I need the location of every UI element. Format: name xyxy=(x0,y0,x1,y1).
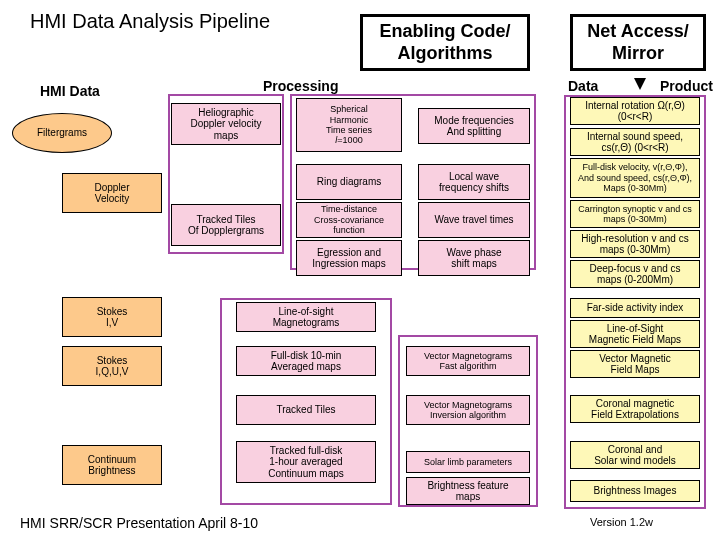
proc-tiles: Tracked Tiles xyxy=(236,395,376,425)
step-timedist: Time-distanceCross-covariancefunction xyxy=(296,202,402,238)
proc-tracked-tiles: Tracked TilesOf Dopplergrams xyxy=(171,204,281,246)
step-limb: Solar limb parameters xyxy=(406,451,530,473)
input-stokes-iquv: StokesI,Q,U,V xyxy=(62,346,162,386)
step-local: Local wavefrequency shifts xyxy=(418,164,530,200)
arrow-icon xyxy=(634,78,646,90)
step-mode: Mode frequenciesAnd splitting xyxy=(418,108,530,144)
out-fulldisk: Full-disk velocity, v(r,Θ,Φ),And sound s… xyxy=(570,158,700,198)
out-hires: High-resolution v and csmaps (0-30Mm) xyxy=(570,230,700,258)
out-deep: Deep-focus v and csmaps (0-200Mm) xyxy=(570,260,700,288)
col-processing: Processing xyxy=(263,78,338,94)
out-solarwind: Coronal andSolar wind models xyxy=(570,441,700,469)
col-hmi-data: HMI Data xyxy=(40,83,100,99)
input-filtergrams: Filtergrams xyxy=(12,113,112,153)
footer-text: HMI SRR/SCR Presentation April 8-10 xyxy=(20,515,258,531)
header-netaccess: Net Access/Mirror xyxy=(570,14,706,71)
out-brightimg: Brightness Images xyxy=(570,480,700,502)
proc-los: Line-of-sightMagnetograms xyxy=(236,302,376,332)
step-spherical: SphericalHarmonicTime seriesl=1000 xyxy=(296,98,402,152)
step-vecmag-inv: Vector MagnetogramsInversion algorithm xyxy=(406,395,530,425)
out-vecmag: Vector MagneticField Maps xyxy=(570,350,700,378)
input-doppler: DopplerVelocity xyxy=(62,173,162,213)
col-product: Product xyxy=(660,78,713,94)
proc-trackedfull: Tracked full-disk1-hour averagedContinuu… xyxy=(236,441,376,483)
step-phase: Wave phaseshift maps xyxy=(418,240,530,276)
out-los-mag: Line-of-SightMagnetic Field Maps xyxy=(570,320,700,348)
step-ring: Ring diagrams xyxy=(296,164,402,200)
proc-fulldisk: Full-disk 10-minAveraged maps xyxy=(236,346,376,376)
proc-heliographic: HeliographicDoppler velocitymaps xyxy=(171,103,281,145)
col-data: Data xyxy=(568,78,598,94)
input-continuum: ContinuumBrightness xyxy=(62,445,162,485)
step-egression: Egression andIngression maps xyxy=(296,240,402,276)
step-bright: Brightness featuremaps xyxy=(406,477,530,505)
out-soundspeed: Internal sound speed,cs(r,Θ) (0<r<R) xyxy=(570,128,700,156)
input-stokes-iv: StokesI,V xyxy=(62,297,162,337)
step-vecmag-fast: Vector MagnetogramsFast algorithm xyxy=(406,346,530,376)
step-travel: Wave travel times xyxy=(418,202,530,238)
version-text: Version 1.2w xyxy=(590,516,653,528)
out-carrington: Carrington synoptic v and csmaps (0-30Mm… xyxy=(570,200,700,228)
header-enabling: Enabling Code/Algorithms xyxy=(360,14,530,71)
page-title: HMI Data Analysis Pipeline xyxy=(30,10,270,33)
out-farside: Far-side activity index xyxy=(570,298,700,318)
out-rotation: Internal rotation Ω(r,Θ)(0<r<R) xyxy=(570,97,700,125)
out-coronal: Coronal magneticField Extrapolations xyxy=(570,395,700,423)
